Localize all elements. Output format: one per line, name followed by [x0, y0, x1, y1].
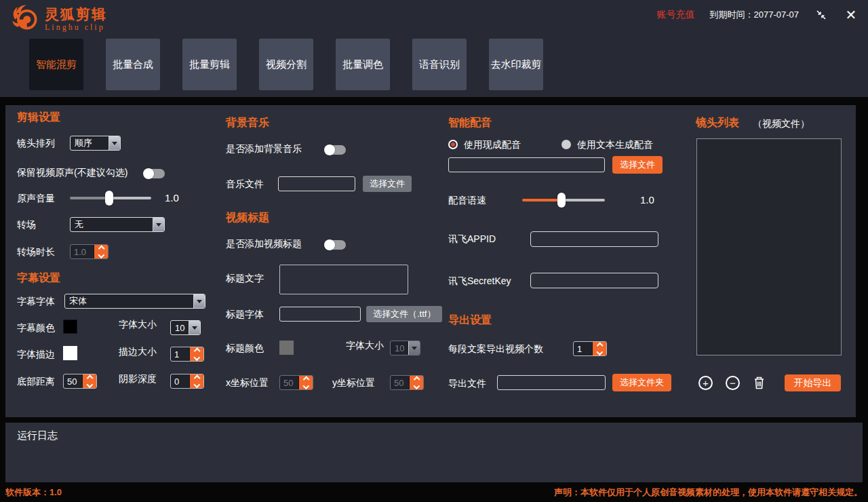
app-subtitle: Linghu clip — [45, 22, 107, 33]
radio-existing-label: 使用现成配音 — [464, 139, 521, 151]
account-recharge-link[interactable]: 账号充值 — [657, 9, 695, 21]
choose-export-folder-button[interactable]: 选择文件夹 — [612, 374, 671, 391]
title-font-size-select[interactable]: 10 — [390, 341, 420, 355]
speed-slider-handle[interactable] — [557, 193, 566, 208]
stepper-arrows-icon[interactable] — [592, 342, 606, 355]
stepper-arrows-icon[interactable] — [409, 376, 423, 389]
stepper-arrows-icon[interactable] — [94, 245, 108, 258]
shot-order-label: 镜头排列 — [17, 138, 55, 150]
stepper-arrows-icon[interactable] — [189, 347, 203, 361]
title-font-input[interactable] — [279, 307, 361, 322]
volume-slider-handle[interactable] — [105, 191, 113, 206]
xunfei-appid-input[interactable] — [530, 231, 658, 247]
radio-generate-from-text[interactable] — [561, 140, 571, 149]
xunfei-secretkey-input[interactable] — [530, 273, 658, 288]
add-shot-button[interactable]: + — [698, 376, 713, 390]
minimize-icon[interactable] — [814, 7, 829, 22]
main-panel: 剪辑设置 镜头排列 顺序 保留视频原声(不建议勾选) 原声音量 1.0 转场 无… — [5, 105, 856, 417]
start-export-button[interactable]: 开始导出 — [785, 374, 841, 391]
disclaimer-text: 声明：本软件仅用于个人原创音视频素材的处理，使用本软件请遵守相关规定。 — [554, 486, 863, 499]
music-file-label: 音乐文件 — [226, 178, 264, 191]
run-log-panel: 运行日志 — [5, 423, 863, 482]
transition-label: 转场 — [17, 219, 36, 231]
chevron-down-icon[interactable] — [108, 136, 120, 150]
x-position-label: x坐标位置 — [226, 377, 269, 389]
section-title-bgm: 背景音乐 — [226, 116, 269, 130]
stepper-arrows-icon[interactable] — [298, 376, 313, 389]
bottom-distance-stepper[interactable]: 50 — [63, 374, 97, 389]
stepper-arrows-icon[interactable] — [189, 374, 203, 388]
speech-speed-label: 配音语速 — [448, 195, 486, 207]
radio-use-existing-dubbing[interactable] — [448, 140, 458, 149]
clear-shots-button[interactable] — [753, 375, 766, 393]
chevron-down-icon[interactable] — [153, 218, 164, 231]
add-title-label: 是否添加视频标题 — [226, 238, 302, 250]
font-size-select[interactable]: 10 — [170, 320, 201, 335]
section-title-video-title: 视频标题 — [226, 211, 269, 225]
add-bgm-toggle[interactable] — [326, 145, 346, 155]
title-bar: 灵狐剪辑 Linghu clip 账号充值 到期时间：2077-07-07 ✕ … — [0, 0, 868, 97]
transition-select[interactable]: 无 — [70, 217, 165, 232]
shadow-depth-stepper[interactable]: 0 — [170, 374, 204, 389]
y-position-stepper[interactable]: 50 — [390, 375, 424, 390]
chevron-down-icon[interactable] — [189, 321, 200, 334]
export-count-stepper[interactable]: 1 — [573, 341, 607, 356]
chevron-down-icon[interactable] — [193, 294, 205, 308]
shot-order-select[interactable]: 顺序 — [70, 136, 121, 151]
y-position-label: y坐标位置 — [332, 377, 375, 389]
app-logo: 灵狐剪辑 Linghu clip — [9, 3, 107, 35]
volume-slider[interactable] — [70, 191, 151, 206]
tab-batch-compose[interactable]: 批量合成 — [106, 39, 160, 90]
run-log-title: 运行日志 — [17, 429, 58, 442]
add-title-toggle[interactable] — [326, 240, 346, 250]
stroke-color-swatch[interactable] — [63, 346, 77, 360]
shot-list-box[interactable] — [696, 138, 842, 355]
title-font-size-label: 字体大小 — [346, 340, 384, 352]
software-version-text: 软件版本：1.0 — [5, 486, 62, 499]
transition-duration-stepper[interactable]: 1.0 — [70, 244, 108, 259]
section-title-edit-settings: 剪辑设置 — [17, 111, 60, 125]
volume-label: 原声音量 — [17, 193, 55, 205]
section-title-subtitle-settings: 字幕设置 — [17, 271, 60, 286]
keep-audio-label: 保留视频原声(不建议勾选) — [17, 167, 127, 179]
title-color-swatch[interactable] — [279, 341, 294, 355]
export-file-label: 导出文件 — [448, 378, 486, 390]
subtitle-color-swatch[interactable] — [63, 320, 77, 334]
keep-audio-toggle[interactable] — [144, 169, 165, 178]
tab-batch-color[interactable]: 批量调色 — [336, 39, 390, 90]
stroke-color-label: 字体描边 — [17, 349, 55, 361]
title-text-input[interactable] — [279, 265, 408, 294]
radio-generate-label: 使用文本生成配音 — [577, 139, 653, 151]
fox-logo-icon — [9, 3, 41, 35]
choose-dubbing-file-button[interactable]: 选择文件 — [612, 156, 663, 174]
tab-smart-mix[interactable]: 智能混剪 — [29, 39, 83, 90]
speech-speed-value: 1.0 — [640, 194, 654, 206]
font-size-label: 字体大小 — [119, 319, 157, 331]
remove-shot-button[interactable]: − — [726, 376, 740, 390]
x-position-stepper[interactable]: 50 — [279, 375, 313, 390]
tab-watermark-crop[interactable]: 去水印裁剪 — [489, 39, 543, 90]
choose-music-file-button[interactable]: 选择文件 — [363, 176, 412, 192]
title-font-label: 标题字体 — [226, 309, 264, 321]
chevron-down-icon[interactable] — [408, 341, 420, 355]
close-icon[interactable]: ✕ — [844, 7, 859, 22]
subtitle-font-select[interactable]: 宋体 — [64, 294, 205, 309]
choose-ttf-file-button[interactable]: 选择文件（.ttf） — [366, 306, 442, 322]
tab-speech-recog[interactable]: 语音识别 — [412, 39, 467, 90]
title-color-label: 标题颜色 — [226, 343, 264, 355]
subtitle-color-label: 字幕颜色 — [17, 322, 55, 334]
title-text-label: 标题文字 — [226, 273, 264, 285]
subtitle-font-label: 字幕字体 — [17, 296, 55, 308]
dubbing-file-input[interactable] — [448, 157, 605, 172]
tab-batch-edit[interactable]: 批量剪辑 — [182, 39, 237, 90]
section-title-shot-list: 镜头列表 — [696, 116, 739, 130]
export-count-label: 每段文案导出视频个数 — [448, 343, 543, 355]
tab-video-split[interactable]: 视频分割 — [259, 39, 313, 90]
stroke-size-stepper[interactable]: 1 — [170, 347, 204, 362]
music-file-input[interactable] — [278, 176, 355, 191]
speech-speed-slider[interactable] — [522, 193, 605, 208]
export-file-input[interactable] — [497, 375, 606, 390]
section-title-export-settings: 导出设置 — [448, 313, 492, 328]
stepper-arrows-icon[interactable] — [82, 374, 96, 388]
minus-icon: − — [730, 378, 736, 388]
